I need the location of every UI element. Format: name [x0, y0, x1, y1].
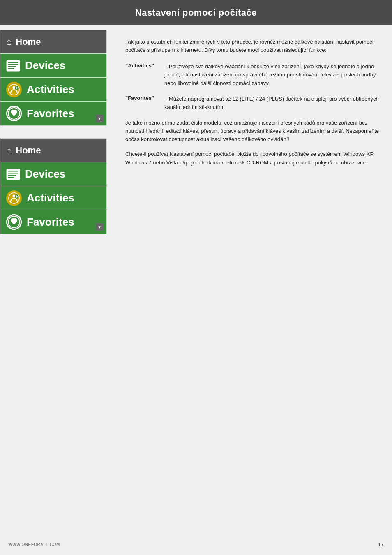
svg-rect-3	[8, 66, 16, 67]
scroll-arrow-1[interactable]: ▼	[96, 115, 103, 122]
svg-rect-12	[8, 175, 16, 176]
sidebar-item-home-2[interactable]: ⌂ Home	[0, 139, 106, 162]
favorites-icon-1	[6, 106, 22, 121]
sidebar-item-favorites-2[interactable]: Favorites ▼	[0, 210, 106, 234]
left-panel: ⌂ Home Devices	[0, 30, 111, 234]
page-title: Nastavení pomocí počítače	[135, 7, 257, 18]
main-content: Tak jako u ostatních funkcí zmíněných v …	[117, 30, 384, 182]
sidebar-item-label-home-1: Home	[16, 37, 41, 47]
menu-block-1: ⌂ Home Devices	[0, 30, 107, 126]
activities-icon-2	[6, 190, 22, 206]
sidebar-item-label-favorites-1: Favorites	[27, 107, 74, 120]
intro-paragraph: Tak jako u ostatních funkcí zmíněných v …	[125, 38, 380, 54]
page-header: Nastavení pomocí počítače	[0, 0, 392, 25]
sidebar-item-activities-2[interactable]: Activities	[0, 186, 106, 210]
term-desc-activities: – Používejte své dálkové ovládání k obsl…	[164, 62, 380, 87]
sidebar-item-label-activities-2: Activities	[27, 192, 74, 204]
sidebar-item-label-activities-1: Activities	[27, 83, 74, 96]
sidebar-item-label-devices-1: Devices	[25, 59, 65, 72]
sidebar-item-label-home-2: Home	[16, 145, 41, 156]
svg-point-6	[13, 86, 16, 89]
sidebar-item-devices-1[interactable]: Devices	[0, 54, 106, 78]
svg-rect-10	[8, 171, 18, 172]
home-icon-2: ⌂	[6, 145, 12, 156]
sidebar-item-label-favorites-2: Favorites	[27, 216, 74, 229]
sidebar-item-favorites-1[interactable]: Favorites ▼	[0, 102, 106, 125]
svg-rect-11	[8, 173, 18, 174]
devices-icon-2	[6, 169, 20, 180]
sidebar-item-devices-2[interactable]: Devices	[0, 162, 106, 186]
scroll-arrow-2[interactable]: ▼	[96, 223, 103, 231]
term-label-activities: "Activities"	[125, 62, 164, 87]
term-label-favorites: "Favorites"	[125, 95, 164, 111]
svg-rect-9	[7, 169, 20, 180]
svg-rect-1	[8, 62, 18, 63]
footer-page-number: 17	[378, 541, 384, 548]
svg-point-15	[13, 194, 16, 197]
activities-icon-1	[6, 82, 22, 97]
page-footer: www.oneforall.com 17	[8, 541, 384, 548]
footer-url: www.oneforall.com	[8, 542, 60, 547]
svg-rect-0	[7, 60, 20, 71]
svg-rect-2	[8, 64, 18, 65]
home-icon-1: ⌂	[6, 37, 12, 47]
favorites-icon-2	[6, 214, 22, 230]
term-desc-favorites: – Můžete naprogramovat až 12 (LITE) / 24…	[164, 95, 380, 111]
sidebar-item-home-1[interactable]: ⌂ Home	[0, 30, 106, 54]
devices-icon-1	[6, 60, 20, 72]
svg-rect-4	[8, 68, 14, 69]
menu-block-2: ⌂ Home Devices	[0, 138, 107, 234]
body-paragraph-1: Je také možno přímo zadat číslo modelu, …	[125, 119, 380, 143]
body-paragraph-2: Chcete-li používat Nastavení pomocí počí…	[125, 150, 380, 166]
svg-rect-13	[8, 177, 14, 178]
term-favorites: "Favorites" – Můžete naprogramovat až 12…	[125, 95, 380, 111]
sidebar-item-activities-1[interactable]: Activities	[0, 78, 106, 102]
sidebar-item-label-devices-2: Devices	[25, 168, 65, 180]
term-activities: "Activities" – Používejte své dálkové ov…	[125, 62, 380, 87]
